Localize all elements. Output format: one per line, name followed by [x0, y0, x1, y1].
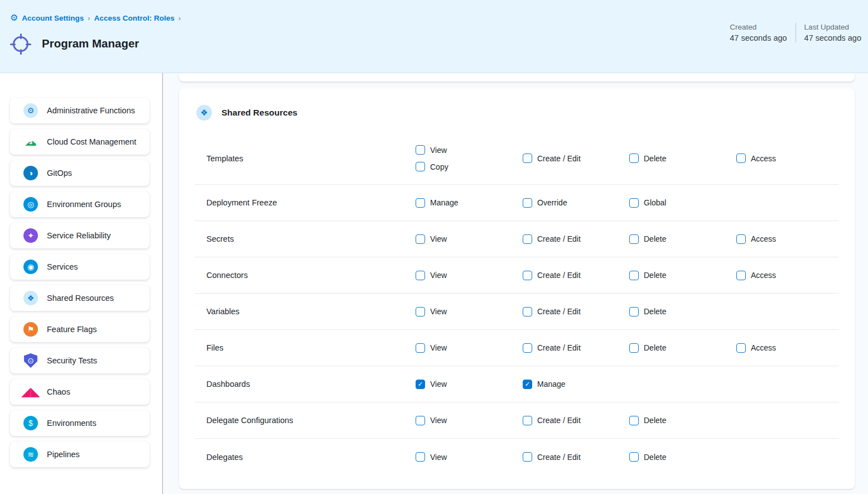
chaos-icon: ◢◣: [23, 385, 38, 399]
permission-label: Access: [751, 271, 776, 280]
resource-name: Dashboards: [195, 380, 416, 389]
checkbox-unchecked-icon[interactable]: [629, 234, 639, 244]
checkbox-unchecked-icon[interactable]: [416, 416, 425, 425]
permission-label: Global: [644, 198, 666, 207]
checkbox-unchecked-icon[interactable]: [629, 452, 639, 462]
permission-files-access[interactable]: Access: [736, 343, 839, 353]
permission-label: Delete: [644, 271, 666, 280]
permission-label: Manage: [537, 380, 566, 389]
permission-label: Create / Edit: [537, 307, 581, 316]
permission-delegates-create-edit[interactable]: Create / Edit: [523, 452, 629, 462]
settings-gear-icon: ⚙: [10, 13, 18, 22]
checkbox-unchecked-icon[interactable]: [523, 307, 532, 316]
checkbox-unchecked-icon[interactable]: [416, 452, 425, 462]
breadcrumb-links: Account Settings›Access Control: Roles›: [22, 14, 181, 22]
permission-connectors-access[interactable]: Access: [736, 271, 839, 280]
sidebar-item-label: GitOps: [47, 169, 72, 178]
permission-cell: Create / Edit: [523, 271, 629, 280]
permission-delegate-configurations-delete[interactable]: Delete: [629, 416, 736, 425]
sidebar-item-label: Cloud Cost Management: [47, 137, 136, 146]
permission-deployment-freeze-manage[interactable]: Manage: [416, 198, 523, 208]
permission-label: Delete: [644, 416, 666, 425]
checkbox-unchecked-icon[interactable]: [523, 271, 532, 280]
checkbox-unchecked-icon[interactable]: [416, 145, 425, 155]
sidebar-item-label: Administrative Functions: [47, 106, 135, 115]
sidebar-item-administrative-functions[interactable]: ⚙Administrative Functions: [10, 98, 150, 123]
checkbox-unchecked-icon[interactable]: [629, 198, 639, 208]
breadcrumb-link-access-control-roles[interactable]: Access Control: Roles: [94, 14, 175, 22]
permission-delegates-delete[interactable]: Delete: [629, 452, 736, 462]
last-updated-value: 47 seconds ago: [804, 33, 861, 42]
permission-label: View: [430, 416, 447, 425]
checkbox-unchecked-icon[interactable]: [416, 162, 425, 171]
permission-cell: Override: [523, 198, 629, 208]
permission-connectors-view[interactable]: View: [416, 271, 523, 280]
permission-variables-view[interactable]: View: [416, 307, 523, 316]
permission-deployment-freeze-override[interactable]: Override: [523, 198, 629, 208]
permission-delegate-configurations-create-edit[interactable]: Create / Edit: [523, 416, 629, 425]
permission-templates-access[interactable]: Access: [736, 154, 839, 163]
permission-files-view[interactable]: View: [416, 343, 523, 353]
permission-files-delete[interactable]: Delete: [629, 343, 736, 353]
checkbox-unchecked-icon[interactable]: [736, 234, 746, 244]
permission-templates-view[interactable]: View: [416, 145, 523, 155]
sidebar-item-feature-flags[interactable]: ⚑Feature Flags: [10, 316, 150, 342]
sidebar-item-shared-resources[interactable]: ❖Shared Resources: [10, 285, 150, 311]
checkbox-unchecked-icon[interactable]: [629, 271, 639, 280]
checkbox-checked-icon[interactable]: ✓: [416, 380, 425, 389]
permission-deployment-freeze-global[interactable]: Global: [629, 198, 736, 208]
sidebar-item-pipelines[interactable]: ≋Pipelines: [10, 442, 150, 467]
checkbox-unchecked-icon[interactable]: [523, 343, 532, 353]
checkbox-unchecked-icon[interactable]: [416, 271, 425, 280]
checkbox-unchecked-icon[interactable]: [523, 234, 532, 244]
checkbox-unchecked-icon[interactable]: [523, 416, 532, 425]
sidebar-item-chaos[interactable]: ◢◣Chaos: [10, 379, 150, 405]
resource-name: Variables: [195, 307, 416, 316]
permission-templates-create-edit[interactable]: Create / Edit: [523, 154, 629, 163]
sidebar-item-services[interactable]: ◉Services: [10, 254, 150, 280]
checkbox-unchecked-icon[interactable]: [523, 452, 532, 462]
sidebar-item-environments[interactable]: $Environments: [10, 410, 150, 436]
checkbox-unchecked-icon[interactable]: [629, 416, 639, 425]
sidebar-item-service-reliability[interactable]: ✦Service Reliability: [10, 223, 150, 248]
checkbox-checked-icon[interactable]: ✓: [523, 380, 532, 389]
checkbox-unchecked-icon[interactable]: [736, 271, 746, 280]
permission-cell: ViewCopy: [416, 145, 523, 171]
permission-delegate-configurations-view[interactable]: View: [416, 416, 523, 425]
checkbox-unchecked-icon[interactable]: [416, 343, 425, 353]
permission-secrets-access[interactable]: Access: [736, 234, 839, 244]
permission-variables-create-edit[interactable]: Create / Edit: [523, 307, 629, 316]
checkbox-unchecked-icon[interactable]: [416, 234, 425, 244]
permission-connectors-create-edit[interactable]: Create / Edit: [523, 271, 629, 280]
sidebar-item-environment-groups[interactable]: ◎Environment Groups: [10, 191, 150, 217]
checkbox-unchecked-icon[interactable]: [523, 198, 532, 208]
permission-templates-delete[interactable]: Delete: [629, 154, 736, 163]
permission-dashboards-manage[interactable]: ✓Manage: [523, 380, 629, 389]
checkbox-unchecked-icon[interactable]: [416, 307, 425, 316]
permission-cell: View: [416, 271, 523, 280]
permission-secrets-create-edit[interactable]: Create / Edit: [523, 234, 629, 244]
permission-cell: Access: [736, 154, 839, 163]
checkbox-unchecked-icon[interactable]: [629, 307, 639, 316]
permission-templates-copy[interactable]: Copy: [416, 162, 523, 171]
permission-secrets-delete[interactable]: Delete: [629, 234, 736, 244]
checkbox-unchecked-icon[interactable]: [523, 154, 532, 163]
permission-files-create-edit[interactable]: Create / Edit: [523, 343, 629, 353]
breadcrumb-link-account-settings[interactable]: Account Settings: [22, 14, 84, 22]
checkbox-unchecked-icon[interactable]: [736, 154, 746, 163]
sidebar-item-cloud-cost-management[interactable]: ☁$Cloud Cost Management: [10, 129, 150, 155]
permission-connectors-delete[interactable]: Delete: [629, 271, 736, 280]
checkbox-unchecked-icon[interactable]: [416, 198, 425, 208]
permission-variables-delete[interactable]: Delete: [629, 307, 736, 316]
permission-dashboards-view[interactable]: ✓View: [416, 380, 523, 389]
checkbox-unchecked-icon[interactable]: [629, 343, 639, 353]
permission-row-templates: TemplatesViewCopyCreate / EditDeleteAcce…: [195, 132, 839, 185]
permission-cell: Create / Edit: [523, 234, 629, 244]
checkbox-unchecked-icon[interactable]: [736, 343, 746, 353]
sidebar-item-gitops[interactable]: ◑GitOps: [10, 160, 150, 186]
permission-secrets-view[interactable]: View: [416, 234, 523, 244]
checkbox-unchecked-icon[interactable]: [629, 154, 639, 163]
permission-delegates-view[interactable]: View: [416, 452, 523, 462]
permission-label: Access: [751, 154, 776, 163]
sidebar-item-security-tests[interactable]: ⊙Security Tests: [10, 348, 150, 373]
